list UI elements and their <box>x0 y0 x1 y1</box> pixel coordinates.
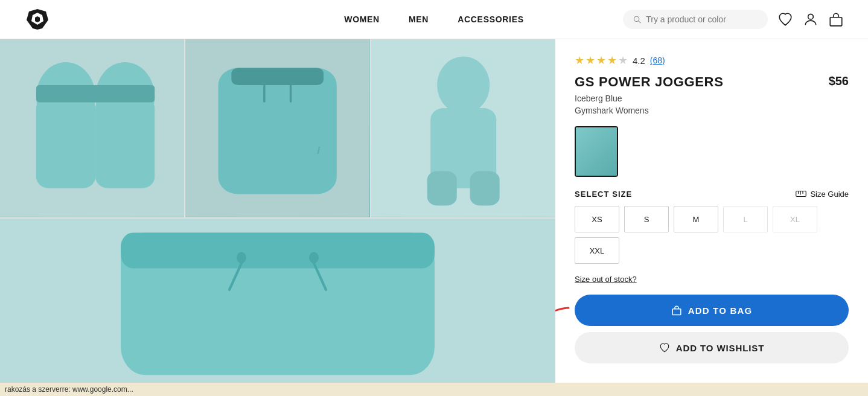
size-guide-icon <box>796 189 806 199</box>
size-btn-s[interactable]: S <box>624 206 669 232</box>
bag-button[interactable] <box>828 11 844 27</box>
size-section-label: SELECT SIZE <box>575 190 632 199</box>
size-btn-xl: XL <box>773 206 817 232</box>
svg-rect-9 <box>36 85 155 103</box>
product-image-2[interactable]: / <box>185 39 369 217</box>
star-3: ★ <box>596 54 606 67</box>
size-btn-m[interactable]: M <box>674 206 718 232</box>
product-detail-panel: ★ ★ ★ ★ ★ 4.2 (68) GS POWER JOGGERS $56 … <box>555 39 868 396</box>
rating-row: ★ ★ ★ ★ ★ 4.2 (68) <box>575 54 849 67</box>
gymshark-logo-icon <box>24 8 51 31</box>
svg-rect-6 <box>36 97 95 188</box>
add-to-wishlist-button[interactable]: ADD TO WISHLIST <box>575 332 849 363</box>
svg-point-17 <box>437 57 490 114</box>
nav-item-accessories[interactable]: ACCESSORIES <box>458 14 524 24</box>
main-nav: WOMEN MEN ACCESSORIES <box>344 14 524 24</box>
wishlist-heart-icon <box>659 342 670 353</box>
product-image-3[interactable] <box>371 39 555 217</box>
svg-rect-11 <box>219 68 337 194</box>
svg-text:/: / <box>317 144 320 156</box>
svg-rect-8 <box>95 97 155 188</box>
header: WOMEN MEN ACCESSORIES <box>0 0 868 39</box>
rating-count[interactable]: (68) <box>650 56 665 65</box>
svg-rect-20 <box>470 171 499 206</box>
status-text: rakozás a szerverre: www.google.com... <box>5 385 133 394</box>
nav-item-men[interactable]: MEN <box>409 14 429 24</box>
main-content: / <box>0 39 868 396</box>
star-rating: ★ ★ ★ ★ ★ <box>575 54 628 67</box>
svg-rect-23 <box>121 232 435 268</box>
wishlist-button[interactable] <box>777 11 793 27</box>
product-brand: Gymshark Womens <box>575 106 849 115</box>
svg-line-1 <box>639 21 640 23</box>
svg-rect-19 <box>427 171 456 206</box>
svg-point-2 <box>808 14 814 19</box>
search-bar[interactable] <box>623 10 768 29</box>
product-title-row: GS POWER JOGGERS $56 <box>575 74 849 90</box>
rating-score: 4.2 <box>633 56 645 66</box>
logo[interactable] <box>24 8 51 31</box>
product-title: GS POWER JOGGERS <box>575 74 724 90</box>
svg-rect-32 <box>672 309 681 315</box>
size-btn-xs[interactable]: XS <box>575 206 619 232</box>
size-section: SELECT SIZE Size Guide XS S M L XL X <box>575 189 849 264</box>
account-button[interactable] <box>803 11 819 27</box>
nav-item-women[interactable]: WOMEN <box>344 14 380 24</box>
status-bar: rakozás a szerverre: www.google.com... <box>0 383 868 396</box>
star-5: ★ <box>618 54 628 67</box>
svg-rect-28 <box>796 191 806 197</box>
size-header: SELECT SIZE Size Guide <box>575 189 849 199</box>
product-price: $56 <box>829 74 849 88</box>
product-color: Iceberg Blue <box>575 94 849 103</box>
size-grid: XS S M L XL XXL <box>575 206 849 264</box>
svg-point-26 <box>309 252 319 263</box>
color-swatch-iceberg-blue[interactable] <box>575 126 618 177</box>
star-1: ★ <box>575 54 584 67</box>
heart-icon <box>777 11 793 27</box>
search-input[interactable] <box>646 14 758 24</box>
size-btn-xxl[interactable]: XXL <box>575 237 619 264</box>
svg-rect-3 <box>830 18 842 26</box>
header-actions <box>623 10 844 29</box>
star-2: ★ <box>586 54 595 67</box>
bag-icon <box>828 11 844 27</box>
svg-rect-12 <box>232 68 324 86</box>
user-icon <box>803 11 819 27</box>
product-image-4[interactable] <box>0 219 555 397</box>
color-swatches <box>575 126 849 177</box>
product-images-grid: / <box>0 39 555 396</box>
star-4: ★ <box>607 54 617 67</box>
product-image-1[interactable] <box>0 39 184 217</box>
size-guide-link[interactable]: Size Guide <box>796 189 849 199</box>
search-icon <box>633 14 641 24</box>
add-to-bag-button[interactable]: ADD TO BAG <box>575 295 849 326</box>
bag-add-icon <box>671 305 682 316</box>
size-out-of-stock-link[interactable]: Size out of stock? <box>575 275 637 284</box>
size-btn-l: L <box>723 206 768 232</box>
svg-point-24 <box>237 252 246 263</box>
